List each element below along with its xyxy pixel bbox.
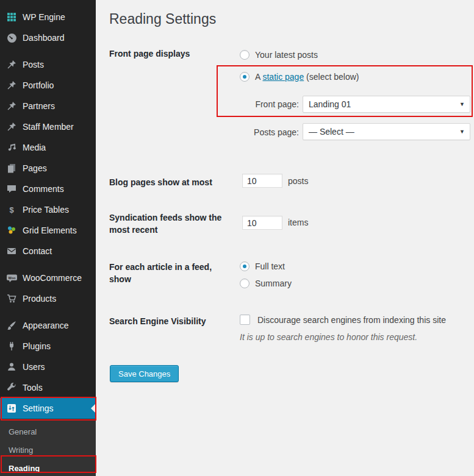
plugin-icon (5, 340, 18, 352)
admin-menu: WP EngineDashboardPostsPortfolioPartners… (0, 0, 96, 419)
front-page-displays-label: Front page displays (109, 48, 223, 60)
submenu-item-general[interactable]: General (0, 422, 96, 441)
sidebar-item-appearance[interactable]: Appearance (0, 315, 96, 336)
sidebar-item-label: WP Engine (23, 12, 65, 22)
sidebar-item-pages[interactable]: Pages (0, 158, 96, 179)
blog-pages-input[interactable] (242, 174, 282, 188)
sidebar-item-wp-engine[interactable]: WP Engine (0, 7, 96, 27)
syndication-input[interactable] (242, 216, 282, 230)
sidebar-item-users[interactable]: Users (0, 357, 96, 377)
sidebar-item-portfolio[interactable]: Portfolio (0, 75, 96, 96)
sidebar-item-label: Partners (23, 101, 55, 111)
latest-posts-option[interactable]: Your latest posts (240, 50, 318, 60)
sidebar-item-posts[interactable]: Posts (0, 54, 96, 75)
sidebar-item-label: Appearance (23, 321, 69, 330)
sidebar-item-label: Products (23, 294, 56, 304)
posts-page-select-label: Posts page: (244, 127, 299, 137)
settings-sliders-icon (5, 402, 18, 414)
sidebar-item-plugins[interactable]: Plugins (0, 336, 96, 357)
sidebar-item-label: Tools (23, 383, 43, 393)
woocommerce-badge-icon: Woo (5, 272, 18, 284)
front-page-select[interactable]: Landing 01 ▼ (303, 96, 470, 113)
sidebar-item-label: Media (23, 143, 46, 152)
submenu-item-reading[interactable]: Reading (0, 459, 96, 476)
sidebar-item-partners[interactable]: Partners (0, 96, 96, 116)
discourage-indexing-option[interactable]: Discourage search engines from indexing … (240, 314, 446, 325)
sidebar-item-media[interactable]: Media (0, 137, 96, 158)
discourage-indexing-checkbox[interactable] (240, 314, 250, 325)
full-text-option[interactable]: Full text (240, 261, 285, 271)
brush-icon (5, 319, 18, 332)
syndication-label: Syndication feeds show the most recent (109, 211, 223, 236)
sidebar-item-label: Price Tables (23, 205, 69, 215)
wrench-icon (5, 382, 18, 394)
sidebar-item-dashboard[interactable]: Dashboard (0, 27, 96, 48)
save-changes-button[interactable]: Save Changes (110, 365, 179, 382)
blog-pages-unit: posts (288, 176, 308, 186)
front-page-select-label: Front page: (244, 99, 299, 109)
admin-sidebar: WP EngineDashboardPostsPortfolioPartners… (0, 0, 96, 476)
active-menu-arrow-icon (91, 403, 96, 413)
feed-article-label: For each article in a feed, show (109, 261, 223, 286)
sidebar-item-label: Comments (23, 184, 64, 194)
pages-icon (5, 162, 18, 174)
sidebar-item-contact[interactable]: Contact (0, 241, 96, 261)
sidebar-item-label: WooCommerce (23, 273, 82, 283)
summary-label: Summary (255, 279, 292, 288)
pin-icon (5, 100, 18, 112)
latest-posts-label: Your latest posts (255, 50, 318, 60)
pin-icon (5, 59, 18, 71)
sidebar-item-label: Portfolio (23, 80, 54, 90)
summary-radio[interactable] (240, 279, 250, 288)
grid-elements-pinwheel-icon (5, 224, 18, 236)
static-page-option[interactable]: A static page (select below) (240, 72, 359, 82)
cart-icon (5, 293, 18, 305)
comment-bubble-icon (5, 183, 18, 195)
svg-text:$: $ (9, 205, 14, 215)
sidebar-item-label: Plugins (23, 341, 51, 351)
sidebar-item-products[interactable]: Products (0, 288, 96, 309)
sidebar-item-label: Users (23, 362, 45, 372)
sidebar-item-label: Settings (23, 403, 54, 413)
chevron-down-icon: ▼ (459, 124, 465, 140)
media-note-icon (5, 141, 18, 154)
sidebar-item-price-tables[interactable]: $Price Tables (0, 199, 96, 220)
blog-pages-label: Blog pages show at most (109, 176, 223, 188)
front-page-select-value: Landing 01 (309, 99, 351, 109)
search-visibility-label: Search Engine Visibility (109, 315, 223, 327)
summary-option[interactable]: Summary (240, 279, 292, 288)
syndication-unit: items (288, 218, 308, 227)
user-icon (5, 361, 18, 373)
wpengine-grid-icon (5, 11, 18, 23)
posts-page-select[interactable]: — Select — ▼ (303, 123, 470, 140)
latest-posts-radio[interactable] (240, 50, 250, 60)
sidebar-item-label: Pages (23, 163, 47, 173)
sidebar-item-label: Staff Member (23, 122, 74, 132)
sidebar-item-woocommerce[interactable]: WooWooCommerce (0, 268, 96, 288)
sidebar-item-label: Contact (23, 246, 52, 256)
static-page-label: A static page (select below) (255, 72, 359, 82)
sidebar-item-comments[interactable]: Comments (0, 179, 96, 199)
chevron-down-icon: ▼ (459, 96, 465, 113)
settings-submenu: GeneralWritingReading (0, 419, 96, 476)
discourage-indexing-label: Discourage search engines from indexing … (257, 315, 446, 325)
sidebar-item-grid-elements[interactable]: Grid Elements (0, 220, 96, 241)
envelope-icon (5, 245, 18, 257)
sidebar-item-label: Posts (23, 60, 44, 69)
submenu-item-writing[interactable]: Writing (0, 441, 96, 459)
search-visibility-note: It is up to search engines to honor this… (240, 332, 417, 342)
sidebar-item-staff-member[interactable]: Staff Member (0, 116, 96, 137)
dashboard-gauge-icon (5, 32, 18, 44)
static-page-link[interactable]: static page (262, 72, 304, 82)
svg-text:Woo: Woo (8, 276, 15, 280)
dollar-icon: $ (5, 204, 18, 216)
sidebar-item-label: Grid Elements (23, 226, 77, 235)
static-page-radio[interactable] (240, 72, 250, 82)
full-text-radio[interactable] (240, 261, 250, 271)
sidebar-item-label: Dashboard (23, 33, 65, 43)
full-text-label: Full text (255, 261, 285, 271)
sidebar-item-settings[interactable]: Settings (0, 398, 96, 419)
pin-icon (5, 121, 18, 133)
posts-page-select-value: — Select — (309, 127, 354, 137)
sidebar-item-tools[interactable]: Tools (0, 377, 96, 398)
